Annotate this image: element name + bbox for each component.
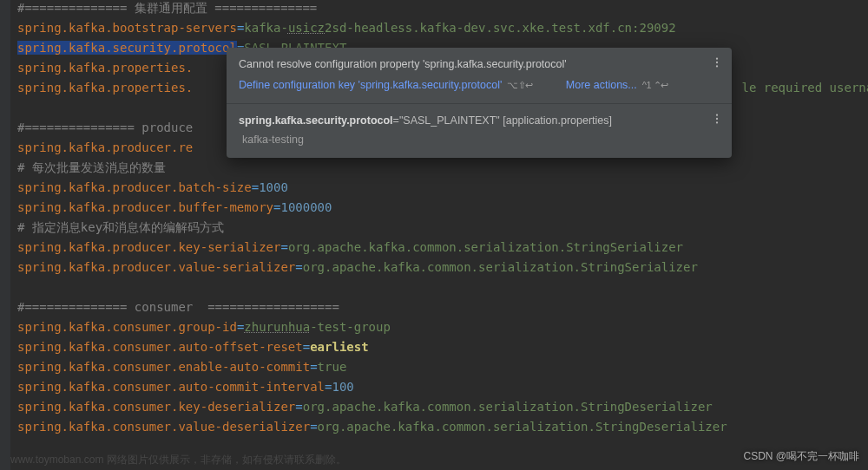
prop-val: org.apache.kafka.common.serialization.St…	[303, 400, 713, 414]
equals: =	[310, 360, 317, 374]
equals: =	[303, 340, 310, 354]
prop-val: org.apache.kafka.common.serialization.St…	[288, 240, 683, 254]
prop-val: 2sd-headless.kafka-dev.svc.xke.test.xdf.…	[325, 21, 676, 35]
bottom-notice: www.toymoban.com 网络图片仅供展示，非存储，如有侵权请联系删除。	[10, 450, 346, 470]
equals: =	[280, 240, 287, 254]
define-config-link[interactable]: Define configuration key 'spring.kafka.s…	[239, 77, 502, 93]
popup-title: Cannot resolve configuration property 's…	[239, 56, 720, 72]
prop-val: org.apache.kafka.common.serialization.St…	[318, 420, 727, 434]
comment-line: # 指定消息key和消息体的编解码方式	[17, 220, 224, 234]
svg-point-4	[716, 118, 718, 120]
comment-line: #=============== produce	[17, 121, 193, 134]
popup-module: kafka-testing	[239, 132, 720, 147]
prop-val: le required userna	[741, 81, 868, 95]
comment-line: #============== consumer ===============…	[17, 300, 339, 314]
prop-val: -test-group	[310, 320, 391, 334]
equals: =	[310, 420, 317, 434]
svg-point-1	[716, 62, 718, 63]
prop-val-typo: usicz	[288, 21, 325, 35]
watermark-text: CSDN @喝不完一杯咖啡	[743, 447, 859, 467]
popup-property-line: spring.kafka.security.protocol="SASL_PLA…	[239, 113, 720, 128]
prop-key: spring.kafka.consumer.enable-auto-commit	[17, 360, 310, 374]
prop-key: spring.kafka.properties.	[17, 61, 193, 75]
prop-num: 100	[332, 380, 353, 394]
prop-val: kafka-	[244, 21, 288, 35]
prop-num: 1000	[259, 180, 288, 194]
inspection-popup: Cannot resolve configuration property 's…	[227, 48, 732, 158]
prop-key: spring.kafka.producer.buffer-memory	[17, 200, 273, 214]
prop-key: spring.kafka.producer.re	[17, 140, 193, 154]
equals: =	[295, 400, 302, 414]
prop-key: spring.kafka.consumer.auto-commit-interv…	[17, 380, 325, 394]
prop-val: org.apache.kafka.common.serialization.St…	[303, 260, 698, 274]
prop-key: spring.kafka.producer.key-serializer	[17, 240, 280, 254]
prop-val: true	[318, 360, 347, 374]
more-menu-icon[interactable]	[711, 56, 723, 69]
prop-key: spring.kafka.consumer.value-deserializer	[17, 420, 310, 434]
comment-line: #============== 集群通用配置 ==============	[17, 1, 317, 15]
svg-point-3	[716, 114, 718, 115]
more-actions-link[interactable]: More actions...	[566, 77, 637, 93]
svg-point-2	[716, 65, 718, 67]
shortcut-label: ⌥⇧↩	[507, 77, 533, 93]
equals: =	[252, 180, 259, 194]
prop-key: spring.kafka.properties.	[17, 81, 193, 95]
prop-key: spring.kafka.bootstrap-servers	[17, 21, 237, 35]
prop-val-typo: zhurunhua	[244, 320, 310, 334]
prop-key: spring.kafka.producer.batch-size	[17, 180, 252, 194]
prop-val-bold: earliest	[310, 340, 368, 354]
shortcut-label: ^1 ⌃↩	[642, 77, 668, 93]
svg-point-0	[716, 57, 718, 59]
more-menu-icon[interactable]	[711, 113, 723, 125]
prop-key-selected: spring.kafka.security.protocol	[17, 41, 237, 55]
equals: =	[295, 260, 302, 274]
svg-point-5	[716, 121, 718, 123]
comment-line: # 每次批量发送消息的数量	[17, 160, 166, 174]
prop-key: spring.kafka.consumer.group-id	[17, 320, 237, 334]
prop-num: 1000000	[280, 200, 332, 214]
prop-key: spring.kafka.producer.value-serializer	[17, 260, 295, 274]
prop-key: spring.kafka.consumer.key-deserializer	[17, 400, 295, 414]
editor-gutter	[0, 0, 10, 470]
prop-key: spring.kafka.consumer.auto-offset-reset	[17, 340, 303, 354]
